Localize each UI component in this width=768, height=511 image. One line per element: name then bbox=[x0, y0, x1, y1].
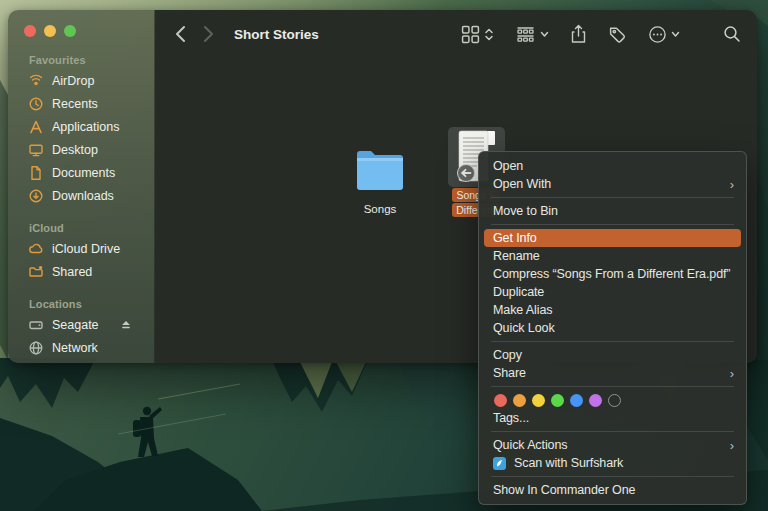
desktop-icon bbox=[28, 142, 44, 158]
context-menu: Open Open With› Move to Bin Get Info Ren… bbox=[478, 151, 747, 505]
tag-none-button[interactable] bbox=[608, 394, 621, 407]
sidebar-item-label: Shared bbox=[52, 265, 92, 279]
menu-item-get-info[interactable]: Get Info bbox=[484, 229, 741, 247]
menu-item-make-alias[interactable]: Make Alias bbox=[479, 301, 746, 319]
tag-blue-button[interactable] bbox=[570, 394, 583, 407]
sidebar-item-label: AirDrop bbox=[52, 74, 94, 88]
sidebar-item-desktop[interactable]: Desktop bbox=[15, 138, 147, 161]
sidebar-item-recents[interactable]: Recents bbox=[15, 92, 147, 115]
menu-item-rename[interactable]: Rename bbox=[479, 247, 746, 265]
surfshark-icon bbox=[493, 457, 506, 470]
view-options-button[interactable] bbox=[461, 25, 494, 44]
sidebar-item-label: Recents bbox=[52, 97, 98, 111]
menu-item-show-in-commander-one[interactable]: Show In Commander One bbox=[479, 481, 746, 499]
group-button[interactable] bbox=[515, 25, 549, 43]
search-button[interactable] bbox=[723, 25, 741, 43]
menu-separator bbox=[491, 386, 734, 387]
minimize-button[interactable] bbox=[44, 25, 56, 37]
share-icon bbox=[570, 24, 587, 44]
external-drive-icon bbox=[28, 317, 44, 333]
window-title: Short Stories bbox=[234, 27, 319, 42]
sidebar-item-label: Downloads bbox=[52, 189, 114, 203]
zoom-button[interactable] bbox=[64, 25, 76, 37]
sidebar-item-label: Seagate bbox=[52, 318, 99, 332]
sidebar-section-locations: Locations bbox=[29, 298, 154, 310]
network-globe-icon bbox=[28, 340, 44, 356]
tag-orange-button[interactable] bbox=[513, 394, 526, 407]
menu-item-tags[interactable]: Tags... bbox=[479, 409, 746, 427]
chevron-down-icon bbox=[540, 31, 549, 38]
folder-icon bbox=[354, 150, 406, 192]
menu-item-open-with[interactable]: Open With› bbox=[479, 175, 746, 193]
sidebar-item-label: Desktop bbox=[52, 143, 98, 157]
window-controls bbox=[8, 10, 154, 37]
sidebar-item-applications[interactable]: Applications bbox=[15, 115, 147, 138]
shared-folder-icon bbox=[28, 264, 44, 280]
submenu-chevron-icon: › bbox=[730, 177, 734, 192]
sidebar-item-label: Applications bbox=[52, 120, 119, 134]
folder-item-songs[interactable]: Songs bbox=[345, 150, 415, 215]
sidebar-item-shared[interactable]: Shared bbox=[15, 260, 147, 283]
tag-green-button[interactable] bbox=[551, 394, 564, 407]
menu-separator bbox=[491, 341, 734, 342]
menu-separator bbox=[491, 224, 734, 225]
tag-color-row bbox=[479, 391, 746, 409]
menu-item-compress[interactable]: Compress “Songs From a Different Era.pdf… bbox=[479, 265, 746, 283]
tag-yellow-button[interactable] bbox=[532, 394, 545, 407]
sidebar-item-airdrop[interactable]: AirDrop bbox=[15, 69, 147, 92]
updown-chevron-icon bbox=[484, 27, 494, 42]
menu-item-copy[interactable]: Copy bbox=[479, 346, 746, 364]
menu-item-duplicate[interactable]: Duplicate bbox=[479, 283, 746, 301]
menu-separator bbox=[491, 431, 734, 432]
folder-label: Songs bbox=[345, 203, 415, 215]
sidebar-item-downloads[interactable]: Downloads bbox=[15, 184, 147, 207]
sidebar-item-network[interactable]: Network bbox=[15, 336, 147, 359]
document-icon bbox=[28, 165, 44, 181]
forward-button[interactable] bbox=[198, 22, 218, 46]
close-button[interactable] bbox=[24, 25, 36, 37]
ellipsis-circle-icon bbox=[648, 25, 667, 44]
menu-item-quick-actions[interactable]: Quick Actions› bbox=[479, 436, 746, 454]
menu-item-move-to-bin[interactable]: Move to Bin bbox=[479, 202, 746, 220]
more-actions-button[interactable] bbox=[648, 25, 680, 44]
menu-item-share[interactable]: Share› bbox=[479, 364, 746, 382]
tag-purple-button[interactable] bbox=[589, 394, 602, 407]
sidebar-section-favourites: Favourites bbox=[29, 54, 154, 66]
sidebar-item-icloud-drive[interactable]: iCloud Drive bbox=[15, 237, 147, 260]
menu-item-quick-look[interactable]: Quick Look bbox=[479, 319, 746, 337]
search-icon bbox=[723, 25, 741, 43]
clock-icon bbox=[28, 96, 44, 112]
menu-separator bbox=[491, 197, 734, 198]
group-by-icon bbox=[515, 25, 536, 43]
tag-icon bbox=[608, 25, 627, 44]
submenu-chevron-icon: › bbox=[730, 438, 734, 453]
airdrop-icon bbox=[28, 73, 44, 89]
chevron-down-icon bbox=[671, 31, 680, 38]
cloud-icon bbox=[28, 241, 44, 257]
grid-view-icon bbox=[461, 25, 480, 44]
sidebar-item-label: Documents bbox=[52, 166, 115, 180]
share-button[interactable] bbox=[570, 24, 587, 44]
menu-item-open[interactable]: Open bbox=[479, 157, 746, 175]
downloads-icon bbox=[28, 188, 44, 204]
tags-button[interactable] bbox=[608, 25, 627, 44]
back-button[interactable] bbox=[170, 22, 190, 46]
submenu-chevron-icon: › bbox=[730, 366, 734, 381]
sidebar-section-icloud: iCloud bbox=[29, 222, 154, 234]
menu-separator bbox=[491, 476, 734, 477]
eject-icon[interactable] bbox=[118, 317, 134, 333]
menu-item-scan-with-surfshark[interactable]: Scan with Surfshark bbox=[479, 454, 746, 472]
tag-red-button[interactable] bbox=[494, 394, 507, 407]
sidebar-item-documents[interactable]: Documents bbox=[15, 161, 147, 184]
toolbar: Short Stories bbox=[155, 10, 757, 58]
sidebar-item-label: Network bbox=[52, 341, 98, 355]
applications-icon bbox=[28, 119, 44, 135]
sidebar: Favourites AirDrop Recents Applicatio bbox=[8, 10, 155, 363]
sidebar-item-seagate[interactable]: Seagate bbox=[15, 313, 147, 336]
sidebar-item-label: iCloud Drive bbox=[52, 242, 120, 256]
